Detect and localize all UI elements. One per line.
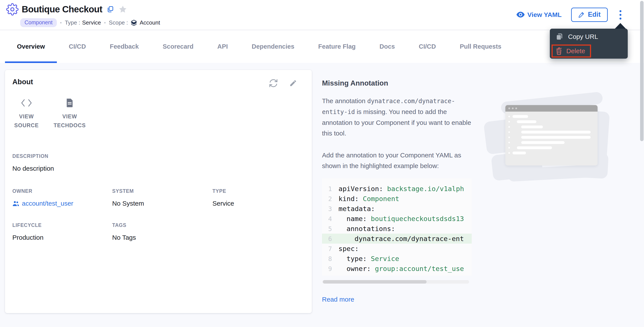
missing-annotation-panel: Missing Annotation The annotation dynatr… (322, 70, 472, 303)
page-title: Boutique Checkout (22, 4, 102, 15)
code-line-1: 1apiVersion: backstage.io/v1alph (322, 184, 472, 194)
header-controls: View YAML Edit (516, 7, 624, 23)
delete-label: Delete (566, 47, 585, 55)
tab-scorecard[interactable]: Scorecard (151, 30, 206, 63)
context-menu-arrow (614, 23, 626, 29)
tab-api[interactable]: API (206, 30, 240, 63)
view-source-button[interactable]: VIEWSOURCE (14, 97, 39, 130)
tab-ci-cd[interactable]: CI/CD (57, 30, 98, 63)
type-label: Type : (65, 19, 80, 26)
tab-docs[interactable]: Docs (368, 30, 407, 63)
system-value: No System (112, 200, 212, 207)
code-line-4: 4name: boutiquecheckoutsdsds13 (322, 214, 472, 224)
document-icon (66, 97, 74, 109)
refresh-icon[interactable] (269, 79, 278, 88)
delete-menu-item-annotation-box[interactable]: Delete (552, 45, 591, 58)
lifecycle-label: LIFECYCLE (12, 222, 112, 228)
meta-separator: • (60, 20, 62, 26)
type-field-value: Service (212, 200, 304, 207)
system-label: SYSTEM (112, 188, 212, 194)
people-icon (12, 201, 19, 206)
layers-icon (130, 19, 137, 27)
type-meta: Type : Service (65, 19, 101, 26)
page-scrollbar[interactable] (640, 0, 644, 327)
copy-name-icon[interactable] (106, 6, 114, 13)
edit-about-pencil-icon[interactable] (289, 79, 297, 87)
about-card: About VIEWSOURCE (5, 70, 312, 313)
owner-link[interactable]: account/test_user (12, 200, 112, 207)
owner-field: OWNER account/test_user (12, 188, 112, 207)
type-value: Service (82, 19, 101, 26)
favorite-star-icon[interactable] (118, 5, 127, 14)
edit-button[interactable]: Edit (571, 8, 608, 22)
kind-badge: Component (20, 18, 57, 27)
code-line-5: 5annotations: (322, 224, 472, 234)
tab-feedback[interactable]: Feedback (98, 30, 151, 63)
tab-overview[interactable]: Overview (5, 30, 57, 63)
tab-ci-cd[interactable]: CI/CD (407, 30, 448, 63)
context-menu: Copy URL Delete (550, 29, 628, 59)
tab-dependencies[interactable]: Dependencies (240, 30, 306, 63)
view-yaml-label: View YAML (528, 11, 562, 19)
component-gear-icon (6, 3, 19, 16)
tags-label: TAGS (112, 222, 212, 228)
type-field-label: TYPE (212, 188, 304, 194)
copy-url-menu-item[interactable]: Copy URL (550, 31, 628, 43)
meta-separator: • (104, 20, 106, 26)
about-card-title: About (12, 78, 33, 86)
tab-feature-flag[interactable]: Feature Flag (306, 30, 368, 63)
copy-icon (556, 33, 563, 41)
view-techdocs-label: VIEWTECHDOCS (54, 112, 86, 130)
catalog-entity-page: Boutique Checkout Component • Type : Ser… (0, 0, 644, 327)
edit-label: Edit (588, 11, 600, 19)
about-fields-grid: OWNER account/test_user SYSTEM No System… (12, 188, 304, 241)
missing-annotation-body: The annotation dynatrace.com/dynatrace-e… (322, 96, 472, 139)
mini-window-titlebar (505, 105, 598, 112)
copy-url-label: Copy URL (568, 33, 598, 40)
lifecycle-field: LIFECYCLE Production (12, 222, 112, 241)
annotation-instruction: Add the annotation to your Component YAM… (322, 150, 472, 171)
description-value: No description (12, 165, 304, 172)
view-yaml-button[interactable]: View YAML (516, 11, 562, 19)
tab-pull-requests[interactable]: Pull Requests (448, 30, 514, 63)
tags-value: No Tags (112, 234, 212, 241)
view-source-label: VIEWSOURCE (14, 112, 39, 130)
tags-field: TAGS No Tags (112, 222, 212, 241)
mini-window-code-lines (505, 112, 598, 158)
code-brackets-icon (20, 97, 32, 109)
about-card-header: About (12, 78, 304, 88)
scope-label: Scope : (109, 19, 128, 26)
owner-label: OWNER (12, 188, 112, 194)
pencil-icon (578, 11, 585, 18)
mini-browser-window (505, 105, 598, 165)
code-line-8: 8type: Service (322, 254, 472, 264)
page-scrollbar-thumb[interactable] (640, 1, 644, 141)
description-field: DESCRIPTION No description (12, 153, 304, 172)
view-techdocs-button[interactable]: VIEWTECHDOCS (54, 97, 86, 130)
about-card-actions (269, 79, 297, 88)
code-line-9: 9owner: group:account/test_use (322, 264, 472, 274)
scope-value: Account (140, 19, 160, 26)
entity-header: Boutique Checkout Component • Type : Ser… (0, 0, 644, 30)
code-scrollbar-thumb[interactable] (323, 280, 426, 283)
read-more-link[interactable]: Read more (322, 296, 354, 303)
lifecycle-value: Production (12, 234, 112, 241)
code-line-3: 3metadata: (322, 204, 472, 214)
type-field: TYPE Service (212, 188, 304, 207)
system-field: SYSTEM No System (112, 188, 212, 207)
top-bar: Boutique Checkout Component • Type : Ser… (0, 0, 644, 63)
eye-icon (516, 11, 525, 18)
scope-meta: Scope : Account (109, 19, 160, 27)
entity-meta-row: Component • Type : Service • Scope : Acc… (20, 18, 160, 27)
entity-title-row: Boutique Checkout (6, 3, 127, 16)
code-line-2: 2kind: Component (322, 194, 472, 204)
trash-icon (556, 47, 562, 55)
code-block: 1apiVersion: backstage.io/v1alph2kind: C… (322, 178, 472, 276)
code-line-6: 6dynatrace.com/dynatrace-ent (322, 234, 472, 244)
code-window-illustration (487, 98, 606, 178)
description-label: DESCRIPTION (12, 153, 304, 159)
more-actions-kebab-button[interactable] (617, 9, 624, 21)
tabs: OverviewCI/CDFeedbackScorecardAPIDepende… (0, 30, 644, 63)
code-horizontal-scrollbar[interactable] (322, 280, 469, 283)
about-quick-links: VIEWSOURCE VIEWTECHDOCS (14, 97, 304, 130)
